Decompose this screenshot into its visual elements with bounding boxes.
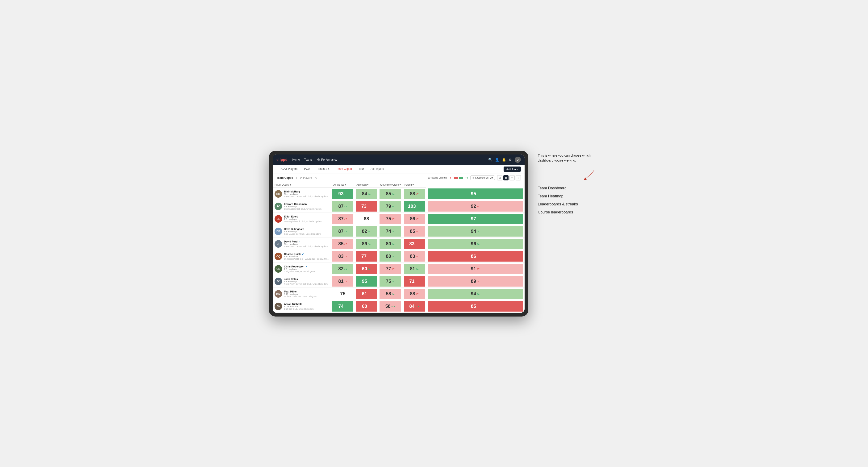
table-row[interactable]: AN Aaron Nicholls 11-15 Handicap Drift G… [273,300,525,312]
score-value: 85 [386,191,391,196]
score-value: 84 [409,304,414,309]
table-row[interactable]: CQ Charlie Quick ✓ 6-10 Handicap St. Geo… [273,250,525,262]
last-rounds-button[interactable]: ⊞ Last Rounds: 20 [470,176,495,180]
verified-icon: ✓ [302,253,304,255]
menu-item-0[interactable]: Team Dashboard [538,186,599,190]
col-header-player[interactable]: Player Quality ▾ [273,182,331,188]
score-value: 75 [386,216,391,221]
view-icons: ⊞ ▦ ≡ ↓ [497,175,521,181]
nav-link-teams[interactable]: Teams [304,157,312,162]
nav-link-myperformance[interactable]: My Performance [317,157,338,162]
score-value: 87 [338,204,343,209]
score-box: 853▼ [332,239,353,249]
menu-item-3[interactable]: Course leaderboards [538,210,599,214]
score-value: 74 [338,304,343,309]
score-box: 773▼ [379,264,401,274]
settings-icon[interactable]: ⚙ [509,158,512,161]
edit-icon[interactable]: ✎ [315,176,317,180]
score-change: 2▲ [368,268,371,270]
table-row[interactable]: EE Elliot Ebert 1-5 Handicap Sunningdale… [273,213,525,225]
table-container: Player Quality ▾ Off the Tee ▾ Approach … [273,182,525,313]
score-change: 3▲ [392,243,395,245]
score-cell-around_green-2: 866▼ [403,213,426,225]
player-name: Edward Crossman [284,203,329,206]
score-value: 89 [471,279,476,284]
arrow-container [538,168,599,181]
subnav-pga[interactable]: PGA [301,165,313,173]
player-cell-2: EE Elliot Ebert 1-5 Handicap Sunningdale… [273,213,331,225]
view-download-icon[interactable]: ↓ [516,175,521,181]
player-club: Royal North Devon Golf Club, United King… [284,245,329,248]
view-list-icon[interactable]: ≡ [509,175,515,181]
score-change: 6▼ [415,255,419,257]
score-change: 4▲ [368,230,371,232]
avatar[interactable]: U [515,157,521,163]
table-row[interactable]: DB Dave Billingham 1-5 Handicap Gog Mago… [273,225,525,238]
score-change: 10▲ [391,305,396,308]
score-box: 75 [332,289,353,299]
player-cell-5: CQ Charlie Quick ✓ 6-10 Handicap St. Geo… [273,250,331,262]
player-handicap: 1-5 Handicap [284,218,329,220]
col-header-aroundgreen[interactable]: Around the Green ▾ [378,182,402,188]
score-cell-putting-9: 854▼ [426,300,525,312]
sub-nav-links: PGAT Players PGA Hcaps 1-5 Team Clippd T… [276,165,503,173]
player-handicap: Plus Handicap [284,193,329,195]
score-value: 85 [410,228,415,234]
table-row[interactable]: DF David Ford ✓ Plus Handicap Royal Nort… [273,238,525,250]
player-info: Chris Robertson ✓ 1-5 Handicap Craigmill… [284,265,329,273]
score-value: 83 [410,253,415,259]
score-box: 8421▲ [404,301,425,312]
player-cell-9: AN Aaron Nicholls 11-15 Handicap Drift G… [273,300,331,312]
table-row[interactable]: MM Matt Miller 6-10 Handicap Woburn Golf… [273,287,525,300]
score-value: 103 [408,204,416,209]
annotation-arrow-svg [578,168,597,181]
score-box: 871▲ [332,201,353,212]
player-cell-3: DB Dave Billingham 1-5 Handicap Gog Mago… [273,225,331,238]
player-name: Matt Miller [284,290,329,293]
score-box: 958▲ [356,276,377,286]
score-value: 58 [385,304,391,309]
score-change: 4▲ [415,268,419,270]
table-row[interactable]: CR Chris Robertson ✓ 1-5 Handicap Craigm… [273,262,525,275]
score-change: 3▼ [415,230,419,232]
bell-icon[interactable]: 🔔 [502,158,506,161]
score-value: 87 [338,216,343,221]
score-change: 8▲ [344,305,347,308]
subnav-hcaps[interactable]: Hcaps 1-5 [313,165,333,173]
nav-link-home[interactable]: Home [292,157,300,162]
score-change: 3▼ [392,268,395,270]
col-header-approach[interactable]: Approach ▾ [354,182,378,188]
player-name: Josh Coles [284,278,329,280]
score-value: 97 [471,216,476,221]
score-box: 858▲ [379,189,401,199]
view-grid-icon[interactable]: ⊞ [497,175,502,181]
table-row[interactable]: BM Blair McHarg Plus Handicap Royal Nort… [273,187,525,200]
search-icon[interactable]: 🔍 [488,158,492,161]
col-header-offtee[interactable]: Off the Tee ▾ [331,182,354,188]
player-avatar: JC [275,278,282,285]
round-change-pos: +5 [465,177,468,179]
subnav-teamclippd[interactable]: Team Clippd [333,165,355,173]
score-box: 941▲ [428,226,523,237]
add-team-button[interactable]: Add Team [503,166,521,172]
subnav-allplayers[interactable]: All Players [367,165,387,173]
col-header-putting[interactable]: Putting ▾ [403,182,426,188]
score-value: 81 [338,279,343,284]
score-box: 913▼ [428,264,523,274]
score-change: 1▲ [392,255,395,257]
table-row[interactable]: JC Josh Coles 1-5 Handicap Royal North D… [273,275,525,287]
user-icon[interactable]: 👤 [495,158,499,161]
score-change: 3▲ [477,243,480,245]
score-box: 873▼ [332,214,353,224]
subnav-pgat[interactable]: PGAT Players [276,165,301,173]
subnav-tour[interactable]: Tour [355,165,367,173]
view-heatmap-icon[interactable]: ▦ [503,175,508,181]
score-cell-around_green-4: 8310▼ [403,238,426,250]
score-box: 613▼ [356,289,377,299]
score-cell-approach-0: 858▲ [378,187,402,200]
score-cell-player_quality-4: 853▼ [331,238,354,250]
team-count: 14 Players [300,177,312,179]
table-row[interactable]: EC Edward Crossman 1-5 Handicap Sunningd… [273,200,525,213]
menu-item-1[interactable]: Team Heatmap [538,194,599,198]
menu-item-2[interactable]: Leaderboards & streaks [538,202,599,206]
